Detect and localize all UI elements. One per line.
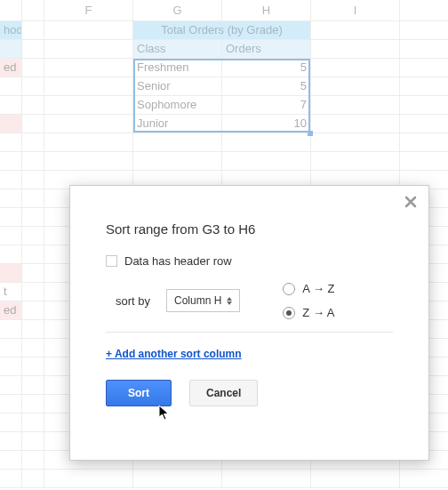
cell[interactable]: ed <box>0 301 22 319</box>
dialog-title: Sort range from G3 to H6 <box>106 221 393 237</box>
cell[interactable]: 7 <box>222 96 311 114</box>
col-header[interactable]: H <box>222 0 311 20</box>
cell[interactable] <box>311 96 400 114</box>
cell[interactable] <box>22 96 44 114</box>
col-header[interactable]: I <box>311 0 400 20</box>
table-row: Senior 5 <box>0 77 448 96</box>
col-header[interactable] <box>22 0 44 20</box>
cell[interactable] <box>311 21 400 39</box>
cell[interactable] <box>44 96 133 114</box>
radio-z-to-a-label: Z → A <box>302 306 334 319</box>
col-header[interactable]: F <box>44 0 133 20</box>
cell[interactable]: 5 <box>222 77 311 95</box>
sort-column-select[interactable]: Column H <box>166 289 240 312</box>
divider <box>106 332 393 333</box>
radio-a-to-z[interactable] <box>283 283 295 295</box>
cell[interactable]: Junior <box>133 115 222 133</box>
header-row-checkbox[interactable] <box>106 255 117 267</box>
cell[interactable] <box>22 115 44 133</box>
cell[interactable]: Orders <box>222 40 311 58</box>
sort-button[interactable]: Sort <box>106 380 172 406</box>
close-icon <box>404 198 418 212</box>
cell[interactable] <box>0 96 22 114</box>
header-row-checkbox-label: Data has header row <box>124 254 232 268</box>
cell[interactable] <box>44 115 133 133</box>
radio-a-to-z-label: A → Z <box>302 282 334 295</box>
cell[interactable]: hod <box>0 21 22 39</box>
cell[interactable]: Sophomore <box>133 96 222 114</box>
table-row: Junior 10 <box>0 115 448 133</box>
sort-by-label: sort by <box>106 294 150 308</box>
cell[interactable] <box>22 40 44 58</box>
cell[interactable] <box>22 77 44 95</box>
cell[interactable] <box>0 115 22 133</box>
radio-z-to-a[interactable] <box>283 307 295 319</box>
sort-range-dialog: Sort range from G3 to H6 Data has header… <box>69 185 429 461</box>
cell[interactable]: Class <box>133 40 222 58</box>
cell[interactable] <box>22 59 44 76</box>
cell[interactable] <box>0 77 22 95</box>
add-sort-column-link[interactable]: + Add another sort column <box>106 348 242 360</box>
table-row: Class Orders <box>0 40 448 59</box>
cell[interactable] <box>22 21 44 39</box>
sort-column-value: Column H <box>174 294 221 307</box>
column-headers-row: F G H I <box>0 0 448 21</box>
col-header[interactable]: G <box>133 0 222 20</box>
select-caret-icon <box>227 297 232 305</box>
cell[interactable] <box>0 40 22 58</box>
close-button[interactable] <box>404 195 418 212</box>
cell[interactable]: t <box>0 283 22 301</box>
cell[interactable]: 10 <box>222 115 311 133</box>
cell[interactable] <box>311 115 400 133</box>
cell[interactable]: 5 <box>222 59 311 76</box>
cell[interactable] <box>44 40 133 58</box>
cell[interactable]: ed <box>0 59 22 76</box>
table-row <box>0 470 448 488</box>
cell[interactable] <box>311 40 400 58</box>
cell[interactable] <box>44 21 133 39</box>
table-row <box>0 152 448 171</box>
table-row: ed Freshmen 5 <box>0 59 448 77</box>
cell[interactable] <box>44 77 133 95</box>
col-header[interactable] <box>0 0 22 20</box>
cell[interactable]: Senior <box>133 77 222 95</box>
cell[interactable] <box>311 77 400 95</box>
selection-handle[interactable] <box>308 131 313 136</box>
cell[interactable]: Freshmen <box>133 59 222 76</box>
cancel-button[interactable]: Cancel <box>189 380 258 406</box>
cell[interactable] <box>311 59 400 76</box>
table-row: Sophomore 7 <box>0 96 448 115</box>
table-row <box>0 133 448 152</box>
cell[interactable] <box>44 59 133 76</box>
cell[interactable]: Total Orders (by Grade) <box>133 21 311 39</box>
table-row: hod Total Orders (by Grade) <box>0 21 448 40</box>
